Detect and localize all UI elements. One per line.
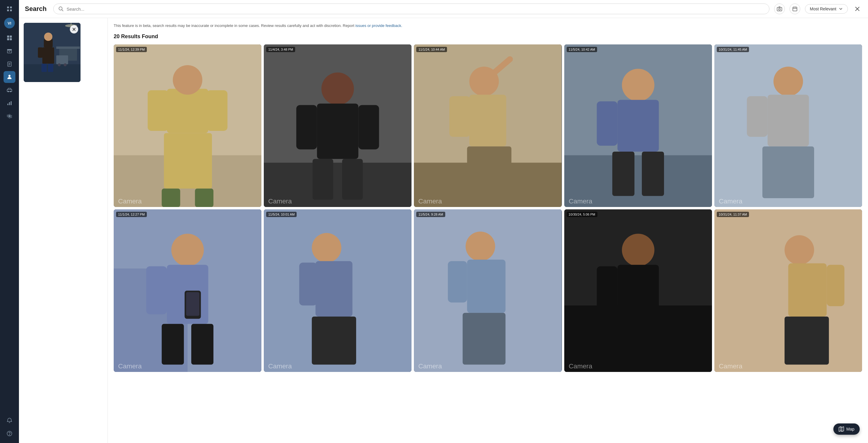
svg-rect-90 — [762, 146, 814, 198]
svg-text:Camera: Camera — [418, 197, 442, 205]
sort-dropdown[interactable]: Most Relevant — [805, 4, 848, 13]
calendar-button[interactable] — [789, 4, 800, 14]
sidebar-grid-icon[interactable] — [4, 4, 15, 14]
results-grid: Camera 11/1/24, 12:39 PM Camera 11/4/24,… — [114, 45, 862, 372]
svg-rect-7 — [10, 38, 12, 40]
svg-rect-82 — [617, 100, 659, 152]
map-icon — [839, 426, 844, 432]
svg-rect-27 — [777, 7, 782, 11]
result-card[interactable]: Camera 11/1/24, 12:27 PM — [114, 209, 261, 372]
svg-point-17 — [8, 91, 9, 92]
svg-point-42 — [44, 33, 53, 41]
main-content: Search Most Relevant — [19, 0, 868, 443]
avatar-initials: VI — [8, 21, 11, 26]
svg-point-23 — [7, 431, 12, 436]
svg-rect-47 — [56, 55, 68, 64]
result-card[interactable]: Camera 11/5/24, 9:28 AM — [414, 209, 562, 372]
svg-rect-66 — [313, 159, 333, 199]
svg-text:Camera: Camera — [268, 197, 292, 205]
svg-rect-89 — [768, 94, 809, 146]
results-panel: This feature is in beta, search results … — [108, 18, 868, 443]
sidebar-item-dashboard[interactable] — [4, 32, 16, 44]
svg-rect-58 — [195, 188, 213, 207]
svg-rect-65 — [317, 104, 359, 159]
svg-rect-1 — [10, 6, 12, 8]
svg-point-55 — [173, 65, 203, 94]
sidebar-item-notifications[interactable] — [4, 415, 16, 426]
svg-text:Camera: Camera — [569, 197, 592, 205]
svg-rect-126 — [784, 317, 829, 364]
feedback-link[interactable]: issues or provide feedback. — [355, 23, 402, 28]
svg-rect-37 — [56, 47, 80, 49]
result-card[interactable]: Camera 10/31/24, 11:37 AM — [714, 209, 862, 372]
svg-rect-99 — [146, 266, 167, 314]
svg-rect-121 — [596, 266, 617, 314]
svg-rect-19 — [7, 104, 8, 105]
svg-point-64 — [321, 72, 354, 105]
svg-point-48 — [58, 63, 61, 66]
sidebar-item-analytics[interactable] — [4, 97, 16, 109]
result-timestamp: 11/1/24, 12:39 PM — [116, 47, 147, 52]
sidebar-item-clipboard[interactable] — [4, 58, 16, 70]
sidebar-item-help[interactable] — [4, 427, 16, 439]
svg-marker-129 — [839, 427, 844, 432]
result-timestamp: 11/5/24, 10:42 AM — [567, 47, 597, 52]
sidebar-item-archive[interactable] — [4, 45, 16, 57]
svg-rect-2 — [7, 9, 9, 11]
result-timestamp: 11/1/24, 12:27 PM — [116, 212, 147, 217]
svg-point-117 — [622, 234, 654, 266]
query-image-close-button[interactable] — [70, 25, 78, 33]
svg-rect-83 — [612, 151, 634, 196]
svg-rect-21 — [11, 101, 11, 105]
svg-rect-76 — [450, 96, 470, 137]
close-button[interactable] — [852, 4, 862, 13]
map-button-label: Map — [846, 427, 855, 432]
svg-rect-118 — [617, 265, 659, 324]
svg-rect-43 — [42, 48, 54, 64]
svg-point-110 — [466, 231, 495, 261]
result-timestamp: 11/5/24, 9:28 AM — [416, 212, 445, 217]
svg-text:Camera: Camera — [569, 362, 592, 370]
search-input[interactable] — [67, 6, 764, 11]
svg-rect-91 — [747, 96, 768, 137]
svg-rect-20 — [9, 102, 10, 105]
result-card[interactable]: Camera 11/4/24, 3:48 PM — [264, 45, 411, 207]
result-timestamp: 11/4/24, 3:48 PM — [266, 47, 295, 52]
result-card[interactable]: Camera 10/31/24, 11:45 AM — [714, 45, 862, 207]
svg-rect-46 — [38, 48, 43, 58]
result-timestamp: 10/30/24, 5:06 PM — [567, 212, 597, 217]
camera-search-button[interactable] — [774, 4, 785, 14]
map-button[interactable]: Map — [833, 423, 860, 435]
result-card[interactable]: Camera 11/1/24, 10:44 AM — [414, 45, 562, 207]
svg-rect-120 — [642, 324, 664, 364]
sidebar-item-vehicle[interactable] — [4, 84, 16, 96]
svg-rect-3 — [10, 9, 12, 11]
result-card[interactable]: Camera 10/30/24, 5:06 PM — [564, 209, 712, 372]
svg-point-24 — [9, 435, 10, 435]
user-avatar[interactable]: VI — [4, 18, 15, 28]
results-count: 20 Results Found — [114, 33, 862, 40]
svg-rect-84 — [642, 151, 664, 196]
search-bar[interactable] — [53, 4, 769, 14]
query-image-container — [24, 23, 81, 82]
svg-point-28 — [779, 8, 780, 10]
svg-rect-75 — [467, 146, 512, 198]
svg-text:Camera: Camera — [118, 197, 142, 205]
sidebar-item-person[interactable] — [4, 71, 16, 83]
svg-text:Camera: Camera — [268, 362, 292, 370]
svg-rect-57 — [162, 188, 180, 207]
svg-rect-8 — [7, 49, 12, 50]
svg-rect-45 — [48, 64, 53, 72]
sidebar-item-settings[interactable] — [4, 110, 16, 122]
result-card[interactable]: Camera 11/5/24, 10:01 AM — [264, 209, 411, 372]
svg-rect-106 — [312, 317, 356, 364]
svg-rect-105 — [316, 261, 352, 316]
svg-point-81 — [622, 69, 654, 101]
result-card[interactable]: Camera 11/5/24, 10:42 AM — [564, 45, 712, 207]
svg-rect-68 — [296, 105, 317, 149]
svg-rect-119 — [612, 324, 634, 364]
svg-rect-29 — [793, 7, 797, 11]
beta-notice: This feature is in beta, search results … — [114, 23, 862, 29]
header: Search Most Relevant — [19, 0, 868, 18]
result-card[interactable]: Camera 11/1/24, 12:39 PM — [114, 45, 261, 207]
